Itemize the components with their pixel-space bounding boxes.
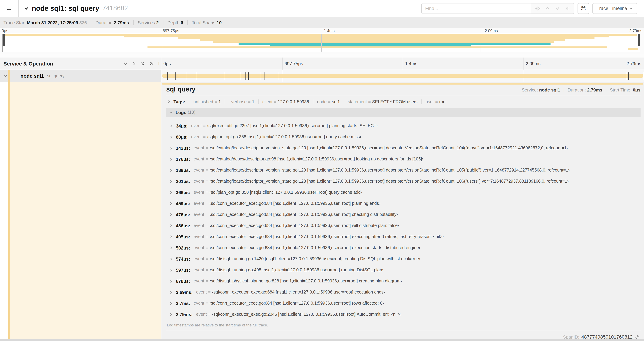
expand-all-icon[interactable] xyxy=(148,60,155,67)
log-marker-tick xyxy=(196,72,196,80)
link-icon[interactable] xyxy=(635,334,640,339)
locate-icon[interactable] xyxy=(534,4,542,13)
page-title: node sql1: sql query xyxy=(32,4,99,12)
service-operation-header: Service & Operation ‖ xyxy=(0,58,161,70)
tag-item[interactable]: user=root xyxy=(422,99,450,104)
minimap-span-bar xyxy=(178,38,595,39)
logs-section-header[interactable]: Logs (18) xyxy=(166,108,640,117)
log-entry[interactable]: 142μs:event=‹sql/catalog/lease/descripto… xyxy=(166,142,640,154)
minimap-tick-label: 697.75μs xyxy=(161,29,179,33)
trace-view-selector[interactable]: Trace Timeline xyxy=(592,3,637,14)
log-marker-tick xyxy=(241,72,241,80)
log-entry[interactable]: 574μs:event=‹sql/distsql_running.go:1420… xyxy=(166,253,640,264)
log-marker-tick xyxy=(175,72,176,80)
log-marker-tick xyxy=(246,72,246,80)
minimap-span-bar xyxy=(270,45,471,46)
trace-title-group[interactable]: node sql1: sql query 7418682 xyxy=(24,4,421,12)
log-marker-tick xyxy=(225,72,225,80)
service-color-accent xyxy=(8,70,10,82)
tag-item[interactable]: statement=SELECT * FROM users xyxy=(344,99,422,104)
minimap-span-bar xyxy=(628,48,638,50)
operation-name: sql query xyxy=(47,74,64,78)
tag-item[interactable]: _verbose=1 xyxy=(225,99,258,104)
minimap-tick-label: 0μs xyxy=(0,29,8,33)
trace-page: ← node sql1: sql query 7418682 xyxy=(0,0,644,341)
log-marker-tick xyxy=(644,72,644,80)
minimap-left-handle[interactable] xyxy=(3,34,5,46)
log-entry[interactable]: 502μs:event=‹sql/conn_executor_exec.go:6… xyxy=(166,242,640,253)
tags-list: _unfinished=1_verbose=1client=127.0.0.1:… xyxy=(187,99,450,104)
span-detail-row: sql query Service: node sql1|Duration: 2… xyxy=(0,82,644,341)
minimap-gridline xyxy=(162,34,162,52)
minimap-span-bar xyxy=(213,41,554,43)
top-bar: ← node sql1: sql query 7418682 xyxy=(0,0,644,17)
expand-one-icon[interactable] xyxy=(131,60,138,67)
tags-section[interactable]: Tags: _unfinished=1_verbose=1client=127.… xyxy=(166,96,640,107)
tag-item[interactable]: _unfinished=1 xyxy=(187,99,225,104)
log-entry[interactable]: 495μs:event=‹sql/conn_executor_exec.go:6… xyxy=(166,231,640,242)
minimap xyxy=(0,34,644,54)
logs-count: (18) xyxy=(188,110,195,115)
log-entry[interactable]: 486μs:event=‹sql/conn_executor_exec.go:6… xyxy=(166,220,640,231)
log-entry[interactable]: 459μs:event=‹sql/conn_executor_exec.go:6… xyxy=(166,198,640,209)
span-name-cell[interactable]: node sql1 sql query xyxy=(0,70,161,82)
trace-id: 7418682 xyxy=(102,5,128,12)
span-bar-cell[interactable] xyxy=(161,70,644,82)
detail-header: sql query Service: node sql1|Duration: 2… xyxy=(166,86,640,93)
log-marker-tick xyxy=(186,72,186,80)
back-button[interactable]: ← xyxy=(0,0,19,17)
prev-result-icon[interactable] xyxy=(544,4,552,13)
log-marker-tick xyxy=(265,72,265,80)
chevron-down-icon xyxy=(169,110,173,114)
log-entry[interactable]: 201μs:event=‹sql/catalog/lease/descripto… xyxy=(166,176,640,187)
minimap-canvas[interactable] xyxy=(2,34,640,52)
spacer xyxy=(0,54,644,58)
column-resizer-handle[interactable]: ‖ xyxy=(158,61,160,66)
find-buttons xyxy=(531,3,574,13)
logs-label: Logs xyxy=(176,110,186,115)
service-name: node sql1 xyxy=(20,73,44,79)
tag-item[interactable]: client=127.0.0.1:59936 xyxy=(258,99,313,104)
log-entry[interactable]: 2.69ms:event=‹sql/conn_executor_exec.go:… xyxy=(166,287,640,298)
timeline-ruler-segment: 2.09ms xyxy=(523,58,644,70)
log-entry[interactable]: 189μs:event=‹sql/catalog/lease/descripto… xyxy=(166,165,640,176)
collapse-all-icon[interactable] xyxy=(140,60,146,67)
next-result-icon[interactable] xyxy=(553,4,562,13)
minimap-gridline xyxy=(321,34,322,52)
tag-item[interactable]: node=sql1 xyxy=(313,99,344,104)
keyboard-shortcuts-button[interactable]: ⌘ xyxy=(578,3,589,14)
trace-meta-item: Services 2 xyxy=(134,20,163,25)
log-entry[interactable]: 2.7ms:event=‹sql/conn_executor_exec.go:6… xyxy=(166,298,640,309)
divider xyxy=(166,330,640,331)
minimap-tick-label: 2.09ms xyxy=(483,29,498,33)
log-entry[interactable]: 176μs:event=‹sql/catalog/descs/descripto… xyxy=(166,154,640,165)
log-entry[interactable]: 2.79ms:event=‹sql/conn_executor_exec.go:… xyxy=(166,309,640,320)
log-entry[interactable]: 366μs:event=‹sql/plan_opt.go:358 [nsql1,… xyxy=(166,187,640,198)
minimap-span-bar xyxy=(147,46,607,48)
trace-meta-item: Trace Start March 31 2022, 17:25:09.326 xyxy=(4,20,92,25)
log-entry[interactable]: 34μs:event=‹sql/exec_util.go:2297 [nsql1… xyxy=(166,120,640,131)
minimap-tick-label: 2.79ms xyxy=(629,29,642,33)
log-entry[interactable]: 678μs:event=‹sql/distsql_physical_planne… xyxy=(166,275,640,287)
timeline-ruler: 0μs697.75μs1.4ms2.09ms2.79ms xyxy=(161,58,644,70)
log-marker-tick xyxy=(247,72,248,80)
search-input[interactable] xyxy=(422,3,531,13)
tags-label: Tags: xyxy=(174,99,185,104)
clear-search-icon[interactable] xyxy=(563,4,571,13)
log-marker-tick xyxy=(192,72,192,80)
minimap-span-bar xyxy=(238,43,551,45)
log-entry[interactable]: 476μs:event=‹sql/conn_executor_exec.go:6… xyxy=(166,209,640,220)
minimap-span-bar xyxy=(3,34,637,36)
minimap-right-handle[interactable] xyxy=(638,34,640,46)
span-duration-bar-thin xyxy=(162,83,643,85)
log-marker-tick xyxy=(244,72,244,80)
collapse-one-icon[interactable] xyxy=(122,60,129,67)
span-duration-bar[interactable] xyxy=(162,74,643,78)
timeline-ruler-segment: 0μs xyxy=(161,58,282,70)
log-marker-tick xyxy=(627,72,627,80)
span-id-label: SpanID: xyxy=(563,334,579,339)
bottom-edge xyxy=(0,339,644,341)
log-entry[interactable]: 597μs:event=‹sql/distsql_running.go:498 … xyxy=(166,264,640,275)
minimap-tick-label: 1.4ms xyxy=(322,29,335,33)
log-entry[interactable]: 80μs:event=‹sql/plan_opt.go:358 [nsql1,c… xyxy=(166,131,640,142)
